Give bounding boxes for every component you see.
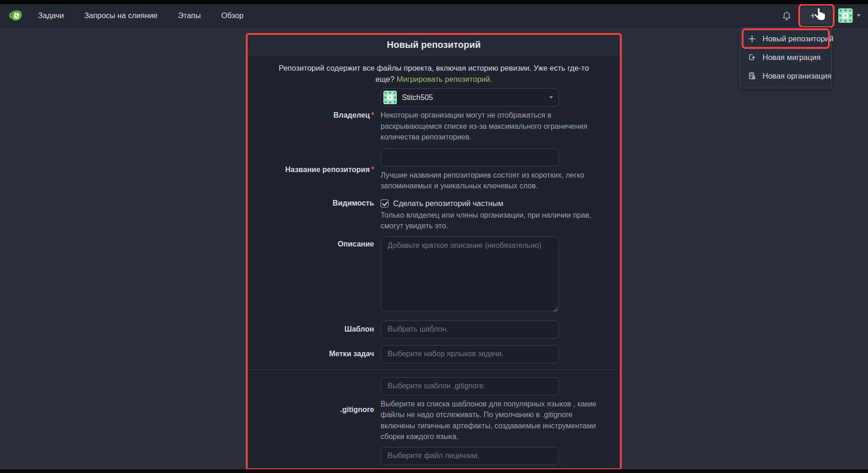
repo-name-input[interactable] [381,148,559,167]
visibility-row: Видимость Сделать репозиторий частным То… [248,198,620,232]
template-row: Шаблон [248,320,620,339]
menu-item-label: Новая миграция [763,53,821,62]
license-row: Лицензия Лицензия определяет, что другие… [248,447,620,471]
owner-row: Владелец* [248,88,620,143]
organization-icon [748,72,756,80]
user-menu-chevron-down-icon[interactable] [857,14,861,17]
menu-item-new-organization[interactable]: Новая организация [740,67,831,85]
description-textarea[interactable] [381,236,559,311]
section-divider [248,369,620,370]
owner-help-text: Некоторые организации могут не отображат… [381,110,608,143]
owner-selected-value: Stitch505 [402,93,544,102]
migrate-repository-link[interactable]: Мигрировать репозиторий. [396,75,492,83]
owner-label: Владелец* [248,111,374,120]
template-label: Шаблон [248,325,374,333]
issue-labels-input[interactable] [381,345,559,363]
visibility-help-text: Только владелец или члены организации, п… [381,210,608,232]
gitea-logo-icon[interactable] [7,7,24,24]
private-checkbox-label[interactable]: Сделать репозиторий частным [393,199,503,208]
repo-name-row: Название репозитория* Лучшие названия ре… [248,148,620,192]
plus-icon [748,34,756,43]
owner-avatar [383,91,397,104]
plus-icon: + [810,11,815,20]
description-row: Описание [248,236,620,313]
issue-labels-label: Метки задач [248,350,374,358]
gitignore-input[interactable] [381,377,559,395]
license-input[interactable] [381,447,559,465]
template-input[interactable] [381,320,559,339]
owner-select[interactable]: Stitch505 [381,88,559,107]
menu-item-new-repository[interactable]: Новый репозиторий [740,29,831,48]
description-label: Описание [248,236,374,248]
gitignore-label: .gitignore [248,406,374,414]
screen-top-strip [0,0,868,4]
nav-link-explore[interactable]: Обзор [221,11,243,20]
gitignore-row: .gitignore Выберите из списка шаблонов д… [248,377,620,442]
navbar-right: + [782,7,861,25]
form-body: Репозиторий содержит все файлы проекта, … [248,55,620,470]
nav-link-milestones[interactable]: Этапы [178,11,201,20]
issue-labels-row: Метки задач [248,345,620,363]
repo-name-help-text: Лучшие названия репозиториев состоят из … [381,170,608,192]
form-intro: Репозиторий содержит все файлы проекта, … [271,62,597,85]
navbar: Задачи Запросы на слияние Этапы Обзор + [0,4,868,27]
create-button-wrap: + [801,7,832,25]
chevron-down-icon [819,14,823,17]
screen-bottom-strip [0,469,868,473]
nav-link-issues[interactable]: Задачи [38,11,64,20]
visibility-label: Видимость [248,198,374,207]
required-mark: * [371,166,374,173]
create-new-button[interactable]: + [801,7,832,25]
gitignore-help-text: Выберите из списка шаблонов для популярн… [381,399,608,442]
user-avatar[interactable] [838,8,853,23]
menu-item-new-migration[interactable]: Новая миграция [740,48,831,67]
required-mark: * [371,111,374,119]
notifications-bell-icon[interactable] [782,10,792,21]
repo-name-label: Название репозитория* [248,166,374,174]
form-header: Новый репозиторий [248,35,620,55]
chevron-down-icon [549,96,553,99]
nav-link-pull-requests[interactable]: Запросы на слияние [84,11,158,20]
new-repository-form: Новый репозиторий Репозиторий содержит в… [246,33,622,470]
create-dropdown-menu: Новый репозиторий Новая миграция Новая о… [740,27,832,88]
private-checkbox[interactable] [381,200,388,207]
menu-item-label: Новая организация [763,72,831,80]
menu-item-label: Новый репозиторий [763,34,834,43]
resize-grip-icon[interactable] [552,306,558,312]
migrate-icon [748,53,756,61]
nav-links: Задачи Запросы на слияние Этапы Обзор [38,11,243,20]
page-title: Новый репозиторий [387,40,480,50]
